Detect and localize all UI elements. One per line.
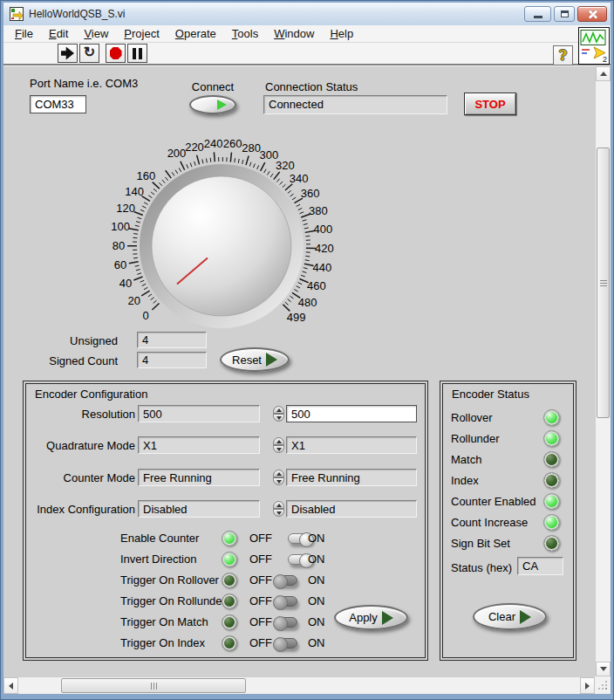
window-title: HelloWorldQSB_S.vi [29, 8, 125, 20]
signed-count-indicator: 4 [137, 352, 207, 368]
toggle-switch[interactable] [274, 638, 297, 649]
toggle-led [222, 552, 237, 567]
config-spinner[interactable] [273, 470, 284, 485]
dial-scale-label: 360 [301, 187, 320, 200]
dial-scale-label: 280 [242, 141, 261, 154]
horizontal-scrollbar[interactable] [3, 676, 595, 694]
config-control-input[interactable]: Free Running [286, 469, 417, 486]
toggle-off-label: OFF [249, 636, 272, 649]
toggle-label: Invert Direction [120, 552, 196, 566]
resize-grip[interactable] [595, 676, 611, 694]
scroll-up-icon [600, 72, 607, 76]
stop-button[interactable]: STOP [464, 93, 516, 115]
config-indicator: 500 [138, 405, 260, 422]
abort-button[interactable] [106, 44, 126, 63]
config-row-label: Counter Mode [24, 471, 135, 484]
vertical-scroll-thumb[interactable] [597, 148, 610, 418]
dial-scale-label: 420 [315, 242, 334, 255]
config-spinner[interactable] [273, 406, 284, 422]
clear-button[interactable]: Clear [473, 603, 547, 630]
menu-tools[interactable]: Tools [224, 26, 266, 42]
vertical-scrollbar[interactable] [595, 66, 611, 676]
menu-operate[interactable]: Operate [167, 26, 224, 42]
toggle-off-label: OFF [249, 573, 272, 587]
config-indicator: Free Running [138, 469, 260, 486]
toggle-on-label: ON [308, 552, 325, 566]
toggle-led [222, 573, 237, 588]
connection-status-label: Connection Status [265, 80, 358, 93]
config-spinner[interactable] [273, 501, 284, 517]
dial-scale-label: 160 [137, 169, 156, 182]
status-row-label: Rollunder [451, 432, 500, 445]
menu-window[interactable]: Window [266, 26, 322, 42]
dial-scale-label: 80 [113, 239, 125, 252]
dial-scale-label: 499 [287, 311, 306, 324]
toggle-label: Trigger On Rollover [120, 573, 219, 587]
scroll-right-button[interactable] [580, 677, 595, 694]
horizontal-scroll-thumb[interactable] [61, 678, 246, 693]
toggle-label: Trigger On Rollunder [120, 594, 226, 607]
connect-button[interactable] [189, 95, 236, 114]
status-row-label: Counter Enabled [451, 495, 536, 508]
toggle-label: Enable Counter [120, 532, 199, 545]
dial-scale-label: 200 [167, 147, 187, 160]
menu-project[interactable]: Project [116, 26, 167, 42]
port-name-input[interactable]: COM33 [30, 95, 86, 113]
dial-scale-label: 40 [119, 277, 132, 290]
run-continuous-icon: ↻ [84, 45, 95, 59]
close-button[interactable] [577, 6, 607, 22]
config-control-input[interactable]: 500 [286, 405, 417, 422]
context-help-button[interactable]: ? [553, 45, 573, 65]
dial-scale-label: 120 [116, 202, 135, 215]
minimize-button[interactable] [524, 6, 551, 22]
dial-scale-label: 320 [276, 159, 295, 172]
dial-scale-label: 220 [185, 141, 204, 154]
status-led [543, 409, 560, 426]
vi-badge: 2 [603, 55, 607, 64]
front-panel: Port Name i.e. COM3 COM33 Connect Connec… [3, 66, 611, 694]
dial-scale-label: 0 [142, 309, 148, 322]
menu-file[interactable]: File [7, 26, 41, 42]
menu-edit[interactable]: Edit [41, 26, 76, 42]
config-control-input[interactable]: Disabled [286, 500, 417, 518]
toggle-on-label: ON [308, 594, 325, 607]
toggle-switch[interactable] [274, 617, 297, 628]
reset-button[interactable]: Reset [220, 347, 290, 372]
status-led [543, 535, 560, 552]
connect-label: Connect [187, 80, 239, 93]
apply-button-label: Apply [349, 611, 378, 624]
config-row-label: Resolution [24, 408, 135, 421]
restore-button[interactable] [554, 6, 575, 22]
toggle-off-label: OFF [249, 594, 272, 607]
toggle-off-label: OFF [249, 552, 272, 566]
config-spinner[interactable] [273, 437, 284, 453]
menu-bar: FileEditViewProjectOperateToolsWindowHel… [3, 25, 611, 43]
position-dial[interactable]: 0204060801001201401602002202402602803003… [108, 136, 335, 359]
toggle-off-label: OFF [249, 615, 272, 628]
status-row-label: Match [451, 453, 481, 466]
menu-view[interactable]: View [76, 26, 116, 42]
toggle-led [222, 531, 237, 546]
scroll-left-button[interactable] [3, 677, 18, 694]
toggle-switch[interactable] [274, 596, 297, 607]
menu-help[interactable]: Help [322, 26, 361, 42]
apply-button[interactable]: Apply [334, 605, 408, 630]
pause-button[interactable] [127, 44, 147, 63]
toggle-on-label: ON [308, 615, 325, 628]
status-row-label: Index [451, 474, 479, 487]
toolbar: ↻ [3, 43, 611, 65]
scroll-up-button[interactable] [596, 66, 611, 81]
run-continuous-button[interactable]: ↻ [79, 44, 99, 63]
run-button[interactable] [58, 44, 78, 63]
config-control-input[interactable]: X1 [286, 436, 417, 454]
scroll-down-button[interactable] [596, 662, 611, 676]
config-row-label: Index Configuration [24, 503, 135, 516]
clear-button-label: Clear [488, 610, 515, 623]
config-indicator: Disabled [138, 500, 260, 518]
dial-scale-label: 340 [290, 172, 309, 185]
unsigned-label: Unsigned [38, 334, 118, 347]
status-led [543, 493, 560, 510]
clear-arrow-icon [520, 610, 531, 624]
toggle-switch[interactable] [274, 575, 297, 586]
dial-scale-label: 20 [128, 294, 140, 307]
